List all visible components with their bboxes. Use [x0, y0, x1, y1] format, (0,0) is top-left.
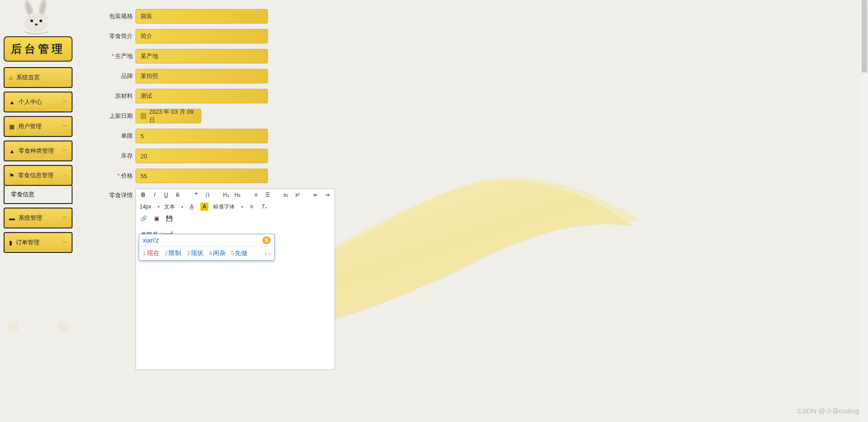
- list-ol-icon[interactable]: ≡: [252, 191, 259, 199]
- code-icon[interactable]: ⟨⟩: [204, 191, 211, 199]
- ime-cand-5[interactable]: 5先做: [231, 249, 248, 257]
- label-intro: 零食简介: [97, 32, 136, 40]
- nav-users[interactable]: ▦ 用户管理 ﹀: [4, 116, 73, 137]
- input-limit[interactable]: [136, 129, 268, 143]
- bold-icon[interactable]: B: [140, 191, 146, 199]
- label-brand: 品牌: [97, 72, 136, 80]
- chevron-down-icon: ﹀: [63, 239, 67, 246]
- logo-rabbit: [13, 0, 63, 35]
- nav-snack-category[interactable]: ▲ 零食种类管理 ﹀: [4, 141, 73, 161]
- user-icon: ▲: [9, 99, 15, 106]
- nav-snack-info-sub[interactable]: 零食信息: [4, 186, 73, 204]
- subscript-icon[interactable]: x₂: [282, 191, 289, 199]
- label-material: 原材料: [97, 92, 136, 100]
- italic-icon[interactable]: I: [151, 191, 158, 199]
- link-icon[interactable]: 🔗: [140, 214, 148, 223]
- home-icon: ⌂: [9, 74, 13, 81]
- svg-point-5: [30, 19, 33, 22]
- ime-logo-icon: S: [262, 236, 271, 244]
- nav-orders[interactable]: ▮ 订单管理 ﹀: [4, 232, 73, 253]
- grid-icon: ▦: [9, 123, 15, 130]
- underline-icon[interactable]: U: [163, 191, 170, 199]
- ime-cand-3[interactable]: 3现状: [187, 249, 204, 257]
- label-limit: 单限: [97, 132, 136, 140]
- ime-cand-1[interactable]: 1现在: [143, 249, 160, 257]
- nav-snack-info[interactable]: ⚑ 零食信息管理 ︿: [4, 165, 73, 186]
- nav-system[interactable]: ▬ 系统管理 ﹀: [4, 208, 73, 228]
- vertical-scrollbar[interactable]: [861, 0, 868, 422]
- nav-label: 个人中心: [19, 98, 42, 106]
- image-icon[interactable]: ▣: [152, 214, 160, 223]
- input-origin[interactable]: [136, 49, 268, 63]
- ime-input-row: xian'z S: [139, 234, 274, 247]
- text-color-icon[interactable]: A: [188, 203, 196, 211]
- strike-icon[interactable]: S: [174, 191, 181, 199]
- nav-sub-label: 零食信息: [11, 191, 34, 198]
- input-stock[interactable]: [136, 149, 268, 163]
- chevron-down-icon: ﹀: [63, 123, 67, 130]
- input-brand[interactable]: [136, 69, 268, 83]
- flag-icon: ⚑: [9, 172, 15, 179]
- indent-icon[interactable]: ⇥: [324, 191, 331, 199]
- person-icon: ▲: [9, 148, 15, 155]
- ime-cand-4[interactable]: 4闲杂: [209, 249, 226, 257]
- watermark: CSDN @小葵coding: [797, 407, 859, 416]
- label-stock: 库存: [97, 152, 136, 160]
- chevron-up-icon: ︿: [63, 172, 67, 179]
- input-onshelf-date[interactable]: 2023 年 03 月 09 日: [136, 109, 201, 123]
- list-ul-icon[interactable]: ☰: [264, 191, 271, 199]
- nav-home[interactable]: ⌂ 系统首页: [4, 67, 73, 88]
- outdent-icon[interactable]: ⇤: [312, 191, 319, 199]
- rich-text-editor: B I U S ❞ ⟨⟩ H₁ H₂ ≡ ☰ x₂ x² ⇤ ⇥: [136, 189, 335, 370]
- nav-label: 系统首页: [16, 73, 40, 82]
- input-material[interactable]: [136, 89, 268, 103]
- label-detail: 零食详情: [97, 189, 136, 370]
- font-family-select[interactable]: 标准字体▾: [213, 203, 243, 211]
- calendar-icon: [141, 113, 146, 119]
- nav-label: 零食信息管理: [18, 171, 53, 179]
- sidebar: 后台管理 ⌂ 系统首页 ▲ 个人中心 ﹀ ▦ 用户管理 ﹀ ▲ 零食种类管理 ﹀…: [4, 0, 73, 257]
- label-package-spec: 包装规格: [97, 12, 136, 20]
- nav-label: 订单管理: [16, 238, 39, 247]
- superscript-icon[interactable]: x²: [294, 191, 301, 199]
- ticket-icon: ▮: [9, 239, 12, 246]
- ime-candidates: 1现在 2限制 3现状 4闲杂 5先做 ‹ ›: [139, 247, 274, 260]
- nav-label: 用户管理: [18, 122, 42, 131]
- style-select[interactable]: 文本▾: [164, 203, 183, 211]
- highlight-icon[interactable]: A: [200, 203, 209, 211]
- ime-nav: ‹ ›: [265, 250, 271, 257]
- h2-icon[interactable]: H₂: [234, 191, 241, 199]
- brand-title: 后台管理: [4, 36, 73, 62]
- ime-input-text: xian'z: [143, 237, 159, 244]
- nav-label: 零食种类管理: [19, 147, 54, 155]
- save-icon[interactable]: 💾: [165, 214, 173, 223]
- date-value: 2023 年 03 月 09 日: [149, 108, 196, 124]
- main-content: 包装规格 零食简介 *生产地 品牌 原材料 上架日期 2023 年 03 月 0…: [79, 0, 868, 379]
- ime-next-icon[interactable]: ›: [268, 250, 271, 257]
- svg-point-4: [24, 13, 48, 33]
- clear-format-icon[interactable]: Tₓ: [260, 203, 268, 211]
- label-price: *价格: [97, 172, 136, 180]
- scrollbar-thumb[interactable]: [862, 0, 867, 73]
- h1-icon[interactable]: H₁: [223, 191, 229, 199]
- svg-point-7: [35, 24, 38, 25]
- chevron-down-icon: ﹀: [63, 99, 67, 105]
- font-size-select[interactable]: 14px▾: [140, 204, 160, 210]
- align-icon[interactable]: ≡: [247, 203, 256, 211]
- quote-icon[interactable]: ❞: [193, 191, 199, 199]
- input-package-spec[interactable]: [136, 9, 268, 24]
- chevron-down-icon: ﹀: [63, 148, 67, 154]
- nav-label: 系统管理: [19, 214, 42, 222]
- editor-toolbar-row2: 14px▾ 文本▾ A A 标准字体▾ ≡ Tₓ: [136, 201, 335, 213]
- input-price[interactable]: [136, 169, 268, 183]
- label-onshelf-date: 上架日期: [97, 112, 136, 120]
- ime-prev-icon[interactable]: ‹: [265, 250, 267, 257]
- ime-cand-2[interactable]: 2限制: [165, 249, 182, 257]
- input-intro[interactable]: [136, 29, 268, 44]
- nav-personal[interactable]: ▲ 个人中心 ﹀: [4, 92, 73, 112]
- chevron-down-icon: ﹀: [63, 215, 67, 221]
- chat-icon: ▬: [9, 215, 15, 222]
- label-origin: *生产地: [97, 52, 136, 60]
- ime-popup: xian'z S 1现在 2限制 3现状 4闲杂 5先做 ‹ ›: [139, 234, 275, 261]
- svg-point-6: [39, 19, 42, 22]
